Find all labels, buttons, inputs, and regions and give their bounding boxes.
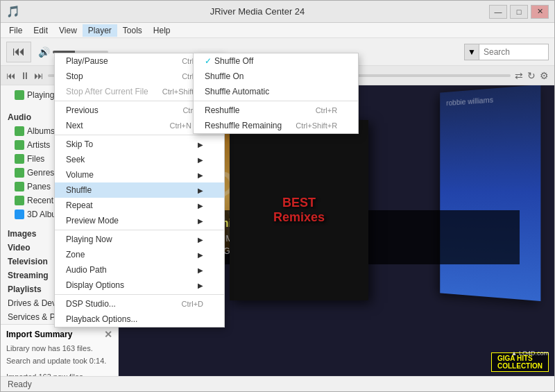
maximize-button[interactable]: □ bbox=[510, 5, 528, 19]
menu-playback-options[interactable]: Playback Options... bbox=[55, 312, 224, 327]
rewind-button[interactable]: ⏮ bbox=[6, 42, 31, 62]
shuffle-reshuffle-remaining[interactable]: Reshuffle Remaining Ctrl+Shift+R bbox=[194, 118, 358, 133]
close-button[interactable]: ✕ bbox=[531, 5, 549, 19]
menu-file[interactable]: File bbox=[3, 24, 28, 37]
settings-icon[interactable]: ⚙ bbox=[540, 70, 549, 81]
menu-sep-2 bbox=[55, 135, 224, 135]
menu-sep-3 bbox=[55, 230, 224, 230]
import-summary-text: Library now has 163 files. Search and up… bbox=[6, 343, 112, 376]
shuffle-icon[interactable]: ⇄ bbox=[515, 70, 523, 81]
statusbar: Ready bbox=[1, 376, 554, 391]
volume-icon: 🔊 bbox=[38, 46, 50, 58]
lo4d-badge: ▲ LO4D.com bbox=[511, 350, 549, 357]
menu-help[interactable]: Help bbox=[148, 24, 176, 37]
menu-repeat[interactable]: Repeat ▶ bbox=[55, 198, 224, 213]
shuffle-reshuffle[interactable]: Reshuffle Ctrl+R bbox=[194, 103, 358, 118]
status-text: Ready bbox=[8, 380, 32, 389]
menu-display-options[interactable]: Display Options ▶ bbox=[55, 278, 224, 293]
menu-volume[interactable]: Volume ▶ bbox=[55, 167, 224, 182]
shuffle-on[interactable]: Shuffle On bbox=[194, 69, 358, 84]
shuffle-off[interactable]: ✓Shuffle Off bbox=[194, 53, 358, 69]
transport-next[interactable]: ⏭ bbox=[34, 70, 44, 81]
repeat-icon[interactable]: ↻ bbox=[527, 70, 536, 81]
menu-preview-mode[interactable]: Preview Mode ▶ bbox=[55, 213, 224, 228]
app-icon: 🎵 bbox=[6, 5, 20, 18]
panes-icon bbox=[15, 182, 24, 191]
menu-audio-path[interactable]: Audio Path ▶ bbox=[55, 262, 224, 278]
album-art-robbie: robbie williams bbox=[440, 85, 540, 301]
menu-playing-now[interactable]: Playing Now ▶ bbox=[55, 232, 224, 247]
shuffle-submenu: ✓Shuffle Off Shuffle On Shuffle Automati… bbox=[193, 53, 359, 134]
3d-albums-icon bbox=[15, 210, 24, 219]
menu-seek[interactable]: Seek ▶ bbox=[55, 152, 224, 167]
menu-dsp-studio[interactable]: DSP Studio... Ctrl+D bbox=[55, 296, 224, 312]
title-bar-title: JRiver Media Center 24 bbox=[26, 6, 489, 17]
albums-icon bbox=[15, 126, 24, 136]
genres-icon bbox=[15, 168, 24, 178]
menu-edit[interactable]: Edit bbox=[28, 24, 53, 37]
import-summary-close[interactable]: ✕ bbox=[104, 329, 112, 340]
menu-tools[interactable]: Tools bbox=[117, 24, 148, 37]
import-summary-header: Import Summary ✕ bbox=[6, 329, 112, 340]
playing-now-icon bbox=[15, 90, 24, 100]
recent-icon bbox=[15, 196, 24, 205]
window-controls: — □ ✕ bbox=[489, 5, 549, 19]
search-area: ▼ bbox=[464, 44, 549, 60]
album-art-best: BESTRemixes bbox=[230, 120, 368, 300]
search-input[interactable] bbox=[479, 44, 549, 60]
menubar: File Edit View Player Tools Help bbox=[1, 23, 554, 38]
transport-playpause[interactable]: ⏸ bbox=[20, 70, 30, 81]
menu-view[interactable]: View bbox=[53, 24, 83, 37]
shuffle-sep bbox=[194, 101, 358, 101]
menu-skip-to[interactable]: Skip To ▶ bbox=[55, 137, 224, 152]
titlebar: 🎵 JRiver Media Center 24 — □ ✕ bbox=[1, 1, 554, 23]
menu-sep-4 bbox=[55, 294, 224, 295]
transport-prev[interactable]: ⏮ bbox=[6, 70, 16, 81]
menu-zone[interactable]: Zone ▶ bbox=[55, 247, 224, 262]
files-icon bbox=[15, 154, 24, 164]
artists-icon bbox=[15, 140, 24, 150]
shuffle-automatic[interactable]: Shuffle Automatic bbox=[194, 84, 358, 99]
import-summary-panel: Import Summary ✕ Library now has 163 fil… bbox=[1, 324, 118, 376]
search-type-dropdown[interactable]: ▼ bbox=[464, 44, 479, 60]
main-window: 🎵 JRiver Media Center 24 — □ ✕ File Edit… bbox=[0, 0, 555, 392]
minimize-button[interactable]: — bbox=[489, 5, 507, 19]
menu-player[interactable]: Player bbox=[83, 24, 117, 37]
menu-shuffle[interactable]: Shuffle ▶ bbox=[55, 182, 224, 198]
